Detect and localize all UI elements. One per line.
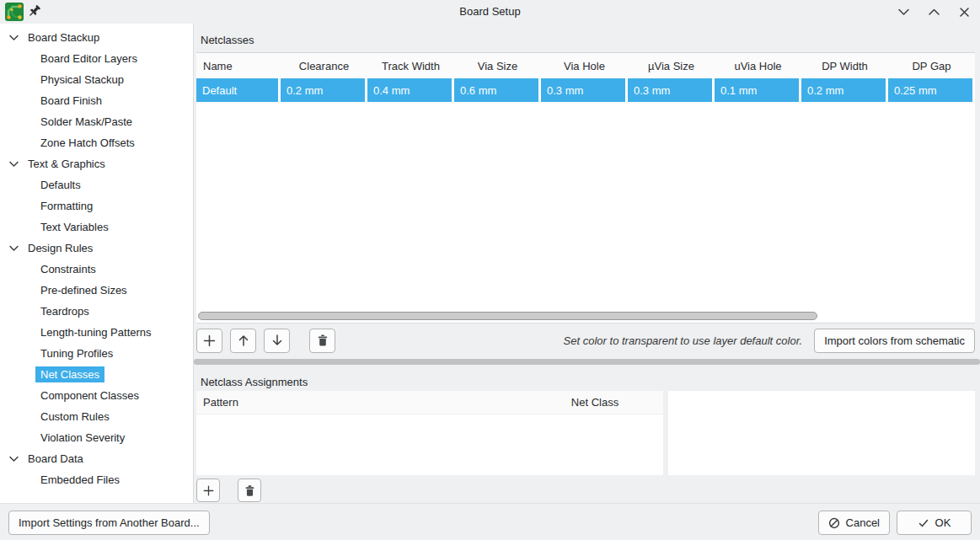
add-netclass-button[interactable] — [196, 329, 222, 353]
assignments-section-label: Netclass Assignments — [201, 376, 308, 388]
sidebar-item-label: Component Classes — [40, 389, 139, 402]
sidebar-item-label: Tuning Profiles — [40, 347, 113, 360]
column-header-uvia-hole[interactable]: uVia Hole — [715, 53, 801, 78]
sidebar-item-defaults[interactable]: Defaults — [0, 174, 193, 195]
import-settings-button[interactable]: Import Settings from Another Board... — [8, 511, 210, 535]
delete-assignment-button[interactable] — [238, 479, 261, 502]
sidebar-item-custom-rules[interactable]: Custom Rules — [0, 406, 193, 427]
maximize-button[interactable] — [924, 2, 945, 23]
sidebar-item-text-variables[interactable]: Text Variables — [0, 217, 193, 238]
chevron-down-icon — [8, 243, 19, 254]
window-title: Board Setup — [0, 0, 980, 24]
sidebar-item-component-classes[interactable]: Component Classes — [0, 385, 193, 406]
column-header-clearance[interactable]: Clearance — [281, 53, 367, 78]
sidebar-item-net-classes[interactable]: Net Classes — [0, 364, 193, 385]
delete-netclass-button[interactable] — [309, 329, 335, 353]
sidebar-item-embedded-files[interactable]: Embedded Files — [0, 469, 193, 490]
sidebar-item-formatting[interactable]: Formatting — [0, 195, 193, 217]
cell-name[interactable]: Default — [196, 78, 281, 104]
sidebar-item-label: Teardrops — [40, 305, 89, 318]
column-header-via-size[interactable]: Via Size — [454, 53, 541, 78]
chevron-down-icon — [8, 32, 19, 43]
sidebar-item-text-graphics[interactable]: Text & Graphics — [0, 153, 193, 174]
horizontal-scrollbar[interactable] — [196, 310, 975, 323]
splitter-sash[interactable] — [194, 359, 980, 365]
sidebar-item-board-finish[interactable]: Board Finish — [0, 90, 193, 111]
chevron-up-icon — [928, 6, 940, 19]
arrow-down-icon — [270, 334, 284, 347]
column-header-pattern[interactable]: Pattern — [196, 391, 527, 414]
netclasses-section-label: Netclasses — [201, 34, 254, 46]
cell-dp-gap[interactable]: 0.25 mm — [888, 78, 975, 104]
cell-track-width[interactable]: 0.4 mm — [367, 78, 454, 104]
sidebar-item-design-rules[interactable]: Design Rules — [0, 238, 193, 259]
sidebar-item-label: Zone Hatch Offsets — [40, 136, 135, 149]
trash-icon — [244, 484, 256, 497]
assignments-table-header: Pattern Net Class — [196, 391, 663, 414]
column-header-dp-width[interactable]: DP Width — [801, 53, 888, 78]
window-controls — [893, 0, 975, 24]
chevron-down-icon — [8, 158, 19, 169]
sidebar-item-label: Length-tuning Patterns — [40, 326, 152, 339]
column-header-via-hole[interactable]: Via Hole — [541, 53, 628, 78]
trash-icon — [316, 334, 329, 347]
sidebar-item-pre-defined-sizes[interactable]: Pre-defined Sizes — [0, 280, 193, 301]
sidebar-item-solder-mask-paste[interactable]: Solder Mask/Paste — [0, 111, 193, 132]
titlebar: Board Setup — [0, 0, 980, 24]
sidebar-item-label: Text Variables — [40, 221, 109, 233]
cell-clearance[interactable]: 0.2 mm — [281, 78, 367, 104]
move-netclass-up-button[interactable] — [230, 329, 256, 353]
sidebar-item-label: Defaults — [40, 179, 81, 191]
sidebar-item-label: Board Data — [28, 452, 83, 465]
cell-via-hole[interactable]: 0.3 mm — [541, 78, 628, 104]
netclasses-panel: Netclasses Name Clearance Track Width Vi… — [194, 24, 980, 503]
minimize-button[interactable] — [893, 2, 914, 23]
move-netclass-down-button[interactable] — [264, 329, 290, 353]
sidebar-item-label: Formatting — [40, 200, 93, 212]
sidebar-item-label: Board Finish — [40, 94, 102, 107]
netclasses-toolbar: Set color to transparent to use layer de… — [196, 327, 975, 354]
cell-uvia-hole[interactable]: 0.1 mm — [715, 78, 801, 104]
sidebar-item-constraints[interactable]: Constraints — [0, 259, 193, 280]
close-icon — [958, 6, 971, 19]
sidebar-item-physical-stackup[interactable]: Physical Stackup — [0, 69, 193, 90]
netclasses-grid-body — [196, 104, 975, 310]
sidebar-item-label: Solder Mask/Paste — [40, 115, 132, 128]
sidebar-item-length-tuning-patterns[interactable]: Length-tuning Patterns — [0, 322, 193, 343]
sidebar-item-violation-severity[interactable]: Violation Severity — [0, 427, 193, 448]
cell-uvia-size[interactable]: 0.3 mm — [628, 78, 715, 104]
sidebar-item-zone-hatch-offsets[interactable]: Zone Hatch Offsets — [0, 132, 193, 153]
horizontal-scrollbar-thumb[interactable] — [198, 312, 817, 320]
cancel-label: Cancel — [846, 516, 880, 529]
sidebar-item-board-editor-layers[interactable]: Board Editor Layers — [0, 48, 193, 69]
chevron-down-icon — [8, 453, 19, 464]
netclass-row-default[interactable]: Default 0.2 mm 0.4 mm 0.6 mm 0.3 mm 0.3 … — [196, 78, 975, 104]
import-colors-button[interactable]: Import colors from schematic — [814, 329, 975, 353]
sidebar-item-tuning-profiles[interactable]: Tuning Profiles — [0, 343, 193, 364]
column-header-uvia-size[interactable]: µVia Size — [628, 53, 715, 78]
sidebar-item-teardrops[interactable]: Teardrops — [0, 301, 193, 322]
netclasses-grid: Name Clearance Track Width Via Size Via … — [196, 52, 975, 323]
transparent-color-hint: Set color to transparent to use layer de… — [564, 334, 803, 347]
cell-dp-width[interactable]: 0.2 mm — [801, 78, 888, 104]
assignments-toolbar — [196, 479, 261, 502]
column-header-net-class[interactable]: Net Class — [527, 391, 663, 414]
sidebar-item-board-stackup[interactable]: Board Stackup — [0, 27, 193, 48]
sidebar-item-board-data[interactable]: Board Data — [0, 448, 193, 469]
plus-icon — [202, 334, 217, 348]
column-header-name[interactable]: Name — [196, 53, 281, 78]
sidebar-item-label: Pre-defined Sizes — [40, 284, 127, 297]
column-header-track-width[interactable]: Track Width — [367, 53, 454, 78]
close-button[interactable] — [954, 2, 975, 23]
dialog-footer: Import Settings from Another Board... Ca… — [0, 503, 980, 540]
column-header-dp-gap[interactable]: DP Gap — [888, 53, 975, 78]
netclasses-grid-header: Name Clearance Track Width Via Size Via … — [196, 53, 975, 78]
arrow-up-icon — [237, 334, 250, 347]
cancel-button[interactable]: Cancel — [818, 511, 890, 535]
add-assignment-button[interactable] — [196, 479, 220, 502]
assignments-preview-panel — [668, 391, 975, 475]
ok-button[interactable]: OK — [897, 511, 972, 535]
sidebar-item-label: Board Stackup — [28, 31, 99, 44]
chevron-down-icon — [897, 6, 910, 19]
cell-via-size[interactable]: 0.6 mm — [454, 78, 541, 104]
